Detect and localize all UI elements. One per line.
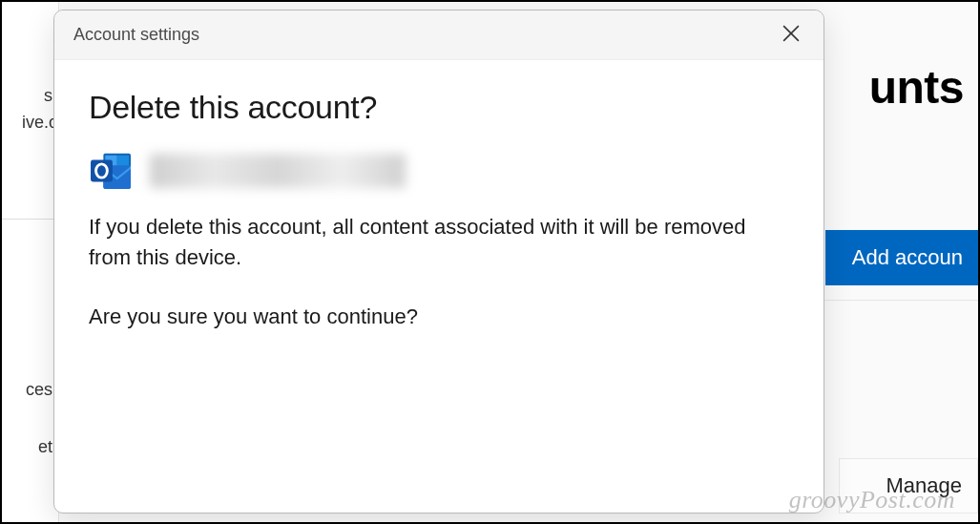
dialog-warning-text: If you delete this account, all content … [89, 212, 747, 273]
divider [2, 219, 59, 220]
sidebar-text-fragment: et [38, 430, 52, 465]
dialog-body: Delete this account? If you delete this … [54, 60, 824, 361]
dialog-confirm-text: Are you sure you want to continue? [89, 302, 747, 332]
close-button[interactable] [774, 18, 808, 52]
sidebar-text-fragment: ces [26, 372, 52, 408]
dialog-heading: Delete this account? [89, 89, 789, 126]
sidebar-text-fragment: ive.c [22, 105, 57, 140]
account-settings-dialog: Account settings Delete this account? [53, 10, 824, 514]
account-row [89, 151, 789, 191]
manage-button[interactable]: Manage [839, 458, 978, 514]
sidebar-fragment: s ive.c ces et [2, 2, 59, 522]
outlook-icon [89, 151, 133, 191]
page-title-fragment: unts [869, 61, 964, 114]
close-icon [782, 25, 800, 45]
dialog-titlebar: Account settings [54, 10, 824, 60]
account-email-redacted [150, 154, 406, 188]
add-account-button[interactable]: Add accoun [825, 230, 978, 285]
divider [816, 300, 978, 301]
dialog-title: Account settings [73, 25, 774, 45]
